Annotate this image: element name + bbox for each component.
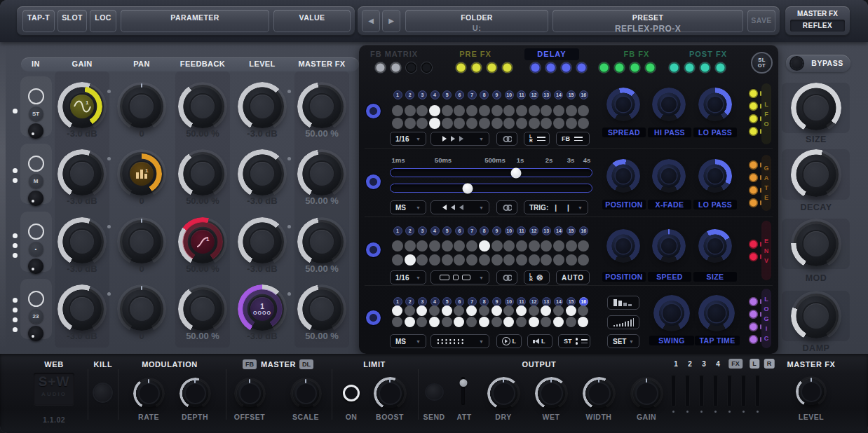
boost-label: BOOST xyxy=(376,413,404,421)
output-meters xyxy=(671,375,760,407)
master-label: MASTER xyxy=(261,360,296,369)
rate-knob[interactable] xyxy=(133,378,165,409)
logo-line1: S+W xyxy=(34,373,74,391)
scale-knob[interactable] xyxy=(290,378,322,409)
brand-logo: S+WAUDIO xyxy=(34,373,74,405)
modulation-label: MODULATION xyxy=(142,360,198,369)
att-slider[interactable] xyxy=(461,377,465,405)
master-knob-label: SIZE xyxy=(806,135,827,144)
meter-track xyxy=(713,375,718,407)
meter-label-1: 1 xyxy=(674,360,678,368)
dl-badge[interactable]: DL xyxy=(299,359,313,369)
divider xyxy=(118,369,118,420)
meter-track xyxy=(685,375,690,407)
fx-meter-badge[interactable]: FX xyxy=(728,359,742,369)
knob-tick xyxy=(811,378,812,382)
master-knob-label: DAMP xyxy=(803,343,830,353)
send-button[interactable] xyxy=(426,385,442,399)
wet-label: WET xyxy=(543,413,560,421)
offset-knob[interactable] xyxy=(234,378,266,409)
knob-tick xyxy=(598,378,599,383)
width-label: WIDTH xyxy=(586,413,612,421)
depth-knob[interactable] xyxy=(179,378,211,409)
knob-tick xyxy=(646,378,647,383)
knob-face xyxy=(803,162,829,187)
bottom-bar: WEB S+WAUDIO 1.1.02 KILL MODULATION RATE… xyxy=(0,354,868,433)
knob-tick xyxy=(194,379,196,383)
kill-button[interactable] xyxy=(94,384,111,401)
send-label: SEND xyxy=(423,413,445,421)
logo-line2: AUDIO xyxy=(34,391,74,397)
knob-tick xyxy=(148,379,149,383)
on-label: ON xyxy=(346,413,358,421)
plugin-window: TAP-T SLOT LOC PARAMETER VALUE ◀ ▶ FOLDE… xyxy=(0,0,868,433)
output-gain-knob[interactable] xyxy=(630,377,663,410)
knob-tick xyxy=(503,378,504,383)
decay-knob[interactable] xyxy=(791,149,841,200)
bypass-button[interactable] xyxy=(791,57,803,69)
knob-face xyxy=(803,95,829,121)
web-label[interactable]: WEB xyxy=(44,360,63,369)
dry-label: DRY xyxy=(495,413,511,421)
output-label: OUTPUT xyxy=(522,360,557,369)
bypass-label: BYPASS xyxy=(807,59,848,67)
att-slider-handle[interactable] xyxy=(459,379,467,387)
knob-face xyxy=(297,384,316,403)
meter-track xyxy=(755,375,760,407)
att-label: ATT xyxy=(456,413,471,421)
masterfx-level-knob[interactable] xyxy=(796,376,827,407)
knob-face xyxy=(541,383,562,404)
mod-knob[interactable] xyxy=(791,219,841,269)
limit-on-button[interactable] xyxy=(343,385,360,401)
offset-label: OFFSET xyxy=(234,413,265,421)
meter-track xyxy=(741,375,746,407)
meter-track xyxy=(727,375,732,407)
knob-tick xyxy=(550,378,552,383)
level-label: LEVEL xyxy=(799,413,824,421)
knob-face xyxy=(802,383,820,401)
dry-knob[interactable] xyxy=(487,377,520,410)
divider xyxy=(88,369,88,420)
size-knob[interactable] xyxy=(791,83,841,133)
wet-knob[interactable] xyxy=(535,377,568,410)
depth-label: DEPTH xyxy=(182,413,208,421)
gain-label: GAIN xyxy=(637,413,656,421)
version-label: 1.1.02 xyxy=(43,415,65,424)
knob-face xyxy=(240,384,259,403)
divider xyxy=(418,369,419,420)
l-meter-badge[interactable]: L xyxy=(750,359,759,369)
master-knob-label: DECAY xyxy=(800,202,832,212)
boost-knob[interactable] xyxy=(374,377,407,410)
master-knob-label: MOD xyxy=(806,273,827,283)
meter-label-3: 3 xyxy=(702,360,706,368)
rate-label: RATE xyxy=(138,413,159,421)
scale-label: SCALE xyxy=(292,413,319,421)
bypass-control: BYPASS xyxy=(786,55,850,72)
divider xyxy=(226,369,226,420)
knob-face xyxy=(589,383,609,404)
knob-face xyxy=(140,384,158,403)
meter-track xyxy=(671,375,676,407)
knob-face xyxy=(494,383,514,404)
knob-tick xyxy=(249,379,250,383)
r-meter-badge[interactable]: R xyxy=(764,359,775,369)
bottom-masterfx-label: MASTER FX xyxy=(787,360,836,369)
knob-face xyxy=(186,384,205,403)
knob-face xyxy=(637,383,657,404)
fb-badge[interactable]: FB xyxy=(243,359,257,369)
knob-face xyxy=(803,303,829,329)
knob-tick xyxy=(305,379,306,383)
width-knob[interactable] xyxy=(583,377,616,410)
knob-tick xyxy=(389,378,391,383)
knob-face xyxy=(380,383,400,404)
meter-track xyxy=(699,375,704,407)
damp-knob[interactable] xyxy=(791,291,841,341)
knob-face xyxy=(803,231,829,256)
divider xyxy=(332,369,332,420)
limit-label: LIMIT xyxy=(363,360,386,369)
meter-label-4: 4 xyxy=(716,360,720,368)
meter-label-2: 2 xyxy=(688,360,692,368)
kill-label: KILL xyxy=(94,360,113,369)
